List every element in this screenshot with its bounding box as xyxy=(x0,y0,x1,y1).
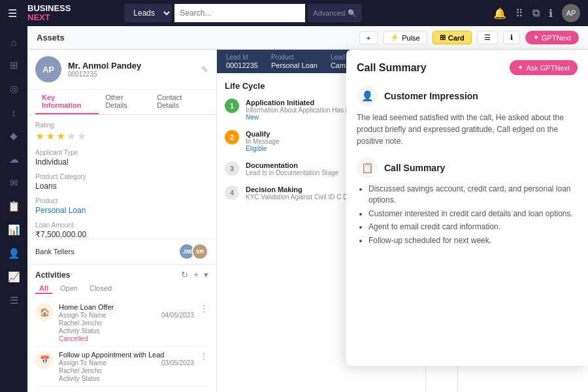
add-activity-icon[interactable]: + xyxy=(193,270,199,280)
key-information: Rating ★ ★ ★ ★ ★ Applicant Type Individu… xyxy=(27,115,216,238)
left-panel: AP Mr. Anmol Pandey 00012235 ✎ Key Infor… xyxy=(27,50,217,392)
activity-name-2: Follow up Appointment with Lead xyxy=(59,351,194,359)
activity-more-icon-1[interactable]: ⋮ xyxy=(199,303,208,314)
sidebar-icon-activity[interactable]: ↕ xyxy=(3,102,24,123)
ask-gptnext-button[interactable]: ✦ Ask GPTNext xyxy=(510,60,578,75)
sidebar-icon-cloud[interactable]: ☁ xyxy=(3,149,24,170)
expand-activities-icon[interactable]: ▾ xyxy=(204,270,208,280)
gptnext-icon: ✦ xyxy=(533,33,539,42)
bank-tellers-row: Bank Tellers JM SR xyxy=(27,238,216,264)
star-5[interactable]: ★ xyxy=(77,130,86,142)
lifecycle-num-2: 2 xyxy=(225,130,239,144)
summary-item-4: Follow-up scheduled for next week. xyxy=(368,235,578,246)
overlay-header: Call Summary ✦ Ask GPTNext xyxy=(357,60,578,75)
search-input[interactable] xyxy=(174,4,305,22)
filter-closed[interactable]: Closed xyxy=(86,284,116,294)
activity-name-1: Home Loan Offer xyxy=(59,303,194,311)
advanced-search-button[interactable]: Advanced 🔍 xyxy=(308,4,362,22)
customer-impression-section: 👤 Customer Impression The lead seemed sa… xyxy=(357,86,578,147)
loan-amount-label: Loan Amount xyxy=(35,221,208,229)
customer-impression-header: 👤 Customer Impression xyxy=(357,86,578,106)
sidebar-icon-analytics[interactable]: 📈 xyxy=(3,267,24,287)
tab-contact-details[interactable]: Contact Details xyxy=(150,90,208,114)
assets-title: Assets xyxy=(37,33,65,42)
teller-avatar-2: SR xyxy=(191,243,208,260)
sidebar-icon-diamond[interactable]: ◆ xyxy=(3,125,24,146)
customer-impression-title: Customer Impression xyxy=(384,91,478,101)
user-avatar[interactable]: AP xyxy=(562,4,580,22)
info-button[interactable]: ℹ xyxy=(503,31,520,44)
sidebar-icon-chart[interactable]: 📊 xyxy=(3,220,24,240)
applicant-type-label: Applicant Type xyxy=(35,149,208,156)
loan-amount-field: Loan Amount ₹7,500,000.00 xyxy=(35,221,208,238)
info-icon[interactable]: ℹ xyxy=(549,7,553,20)
activity-icon-home-loan: 🏠 xyxy=(35,303,54,321)
filter-open[interactable]: Open xyxy=(56,284,82,294)
call-summary-overlay: Call Summary ✦ Ask GPTNext 👤 Customer Im… xyxy=(346,50,588,366)
activity-more-icon-2[interactable]: ⋮ xyxy=(199,351,208,361)
list-view-button[interactable]: ☰ xyxy=(477,31,498,44)
call-summary-section-title: Call Summary xyxy=(384,163,445,173)
activities-title: Activities xyxy=(35,270,70,280)
card-view-button[interactable]: ⊞ Card xyxy=(433,31,472,44)
lead-avatar: AP xyxy=(35,56,61,82)
activity-icon-follow-up: 📅 xyxy=(35,351,54,369)
nav-icons: 🔔 ⠿ ⧉ ℹ AP xyxy=(493,4,580,22)
gptnext-button[interactable]: ✦ GPTNext xyxy=(525,31,579,44)
summary-item-3: Agent to email credit card information. xyxy=(368,221,578,233)
activity-status-value-1: Cancelled xyxy=(59,335,194,342)
activities-section: Activities ↻ + ▾ All Open Closed 🏠 Home … xyxy=(27,264,216,392)
window-icon[interactable]: ⧉ xyxy=(532,7,540,19)
tab-key-information[interactable]: Key Information xyxy=(35,90,99,114)
activity-status-label-1: Activity Status xyxy=(59,327,194,335)
rating-label: Rating xyxy=(35,122,208,129)
summary-item-1: Discussed savings account, credit card, … xyxy=(368,184,578,206)
activity-status-label-2: Activity Status xyxy=(59,375,194,382)
product-label: Product xyxy=(35,197,208,204)
rating-stars[interactable]: ★ ★ ★ ★ ★ xyxy=(35,130,208,142)
sidebar-icon-home[interactable]: ⌂ xyxy=(3,31,24,52)
edit-icon[interactable]: ✎ xyxy=(201,65,208,74)
search-icon: 🔍 xyxy=(348,9,357,18)
sidebar-icon-leads[interactable]: ◎ xyxy=(3,78,24,99)
brand-logo: BUSINESS NEXT xyxy=(27,4,73,23)
tab-other-details[interactable]: Other Details xyxy=(99,90,150,114)
refresh-icon[interactable]: ↻ xyxy=(181,270,188,280)
product-category-field: Product Category Loans xyxy=(35,173,208,191)
lifecycle-num-4: 4 xyxy=(225,186,239,200)
pulse-button[interactable]: ⚡ Pulse xyxy=(383,31,427,44)
call-summary-section: 📋 Call Summary Discussed savings account… xyxy=(357,157,578,246)
left-sidebar: ⌂ ⊞ ◎ ↕ ◆ ☁ ✉ 📋 📊 👤 📈 ☰ xyxy=(0,26,27,392)
lead-name: Mr. Anmol Pandey xyxy=(68,61,195,71)
sidebar-icon-mail[interactable]: ✉ xyxy=(3,172,24,193)
sidebar-icon-document[interactable]: 📋 xyxy=(3,196,24,217)
hamburger-icon[interactable]: ☰ xyxy=(8,7,17,20)
star-3[interactable]: ★ xyxy=(56,130,65,142)
sidebar-icon-user[interactable]: 👤 xyxy=(3,243,24,264)
search-category-dropdown[interactable]: Leads xyxy=(124,4,172,22)
meta-product: Product Personal Loan xyxy=(271,54,318,69)
add-button[interactable]: + xyxy=(359,31,378,44)
product-link[interactable]: Personal Loan xyxy=(35,206,86,215)
customer-impression-text: The lead seemed satisfied with the call,… xyxy=(357,112,578,147)
product-category-value: Loans xyxy=(35,182,208,191)
activity-details-1: Home Loan Offer Assign To Name 04/05/202… xyxy=(59,303,194,342)
lifecycle-num-1: 1 xyxy=(225,99,239,113)
grid-icon[interactable]: ⠿ xyxy=(515,7,523,20)
star-2[interactable]: ★ xyxy=(46,130,55,142)
call-summary-title: Call Summary xyxy=(357,62,427,74)
activity-assignee-label-1: Assign To Name 04/05/2023 xyxy=(59,312,194,319)
sidebar-icon-apps[interactable]: ⊞ xyxy=(3,55,24,76)
star-1[interactable]: ★ xyxy=(35,130,44,142)
lifecycle-num-3: 3 xyxy=(225,161,239,176)
notification-icon[interactable]: 🔔 xyxy=(493,7,506,20)
filter-all[interactable]: All xyxy=(35,284,52,294)
bank-tellers-label: Bank Tellers xyxy=(35,248,74,255)
card-icon: ⊞ xyxy=(440,33,446,42)
activities-actions: ↻ + ▾ xyxy=(181,270,208,280)
star-4[interactable]: ★ xyxy=(67,130,76,142)
search-area: Leads Advanced 🔍 xyxy=(124,4,399,22)
sidebar-icon-settings[interactable]: ☰ xyxy=(3,290,24,311)
activity-item: 🏠 Home Loan Offer Assign To Name 04/05/2… xyxy=(35,299,208,347)
applicant-type-value: Individual xyxy=(35,157,208,167)
